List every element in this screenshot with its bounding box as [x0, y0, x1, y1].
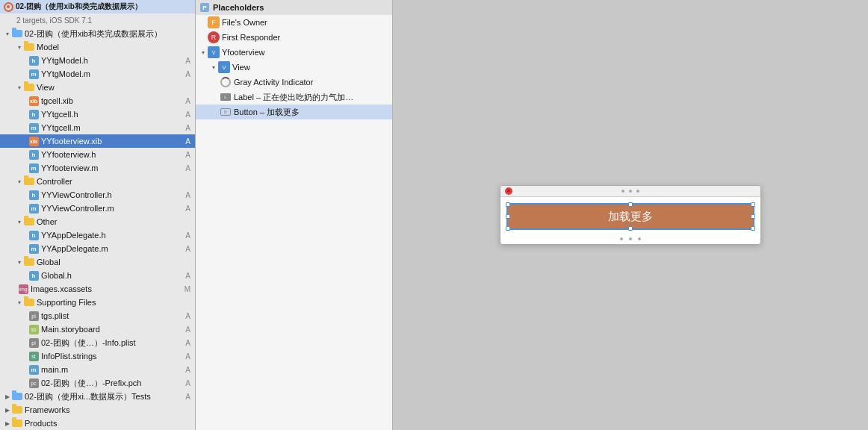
placeholders-label: Placeholders: [213, 3, 389, 12]
fw-folder-icon: [12, 405, 22, 415]
ios-view-container: ✕ 加载更多: [500, 185, 761, 245]
badge: A: [185, 70, 192, 78]
badge: A: [185, 151, 192, 159]
view-item[interactable]: ▾ V View: [196, 60, 392, 75]
badge: A: [185, 339, 192, 347]
badge: A: [185, 312, 192, 320]
file-yytgmodel-h[interactable]: h YYtgModel.h A: [0, 54, 195, 67]
file-yyfooterview-m[interactable]: m YYfooterview.m A: [0, 161, 195, 175]
activity-indicator-item[interactable]: Gray Activity Indicator: [196, 75, 392, 90]
file-yyappdelegate-h[interactable]: h YYAppDelegate.h A: [0, 228, 195, 242]
m-icon: m: [28, 243, 39, 254]
folder-products[interactable]: ▶ Products: [0, 417, 195, 430]
resize-dot: [638, 237, 641, 240]
root-project-item[interactable]: 02-团购（使用xib和类完成数据展示）: [0, 0, 195, 13]
file-yytgcell-h[interactable]: h YYtgcell.h A: [0, 108, 195, 121]
file-yyfooterview-xib[interactable]: xib YYfooterview.xib A: [0, 134, 195, 148]
prod-label: Products: [25, 419, 192, 428]
group-arrow: ▾: [3, 27, 12, 40]
file-info-plist[interactable]: pl 02-团购（使…）-Info.plist A: [0, 336, 195, 349]
badge: A: [185, 164, 192, 172]
outline-panel: P Placeholders F File's Owner R First Re…: [196, 0, 393, 430]
global-folder-icon: [24, 257, 34, 267]
h-icon: h: [28, 190, 39, 200]
supporting-arrow: ▾: [15, 296, 24, 309]
firstresponder-label: First Responder: [222, 33, 389, 42]
group-tests[interactable]: ▶ 02-团购（使用xi...数据展示）Tests A: [0, 390, 195, 403]
label-item[interactable]: L Label – 正在使出吃奶的力气加…: [196, 90, 392, 105]
badge: A: [185, 366, 192, 374]
file-label: InfoPlist.strings: [41, 352, 185, 361]
file-infoplist-strings[interactable]: st InfoPlist.strings A: [0, 349, 195, 363]
ios-load-more-button[interactable]: 加载更多: [506, 203, 754, 230]
handle-tr: [751, 202, 755, 207]
xib-icon: xib: [28, 136, 39, 146]
badge: A: [185, 57, 192, 65]
file-label: YYfooterview.h: [41, 150, 185, 159]
xib-icon: xib: [28, 96, 39, 106]
file-yyappdelegate-m[interactable]: m YYAppDelegate.m A: [0, 242, 195, 255]
badge: A: [185, 205, 192, 213]
folder-supporting[interactable]: ▾ Supporting Files: [0, 296, 195, 309]
canvas-area: ✕ 加载更多: [393, 0, 868, 430]
placeholders-icon: P: [199, 1, 211, 13]
m-icon: m: [28, 122, 39, 133]
file-label: Images.xcassets: [31, 284, 185, 293]
resize-dot: [621, 190, 624, 193]
button-text: 加载更多: [608, 210, 653, 224]
badge: A: [185, 352, 192, 361]
ctrl-folder-icon: [24, 176, 34, 187]
fw-arrow: ▶: [3, 403, 12, 417]
handle-mr: [751, 214, 755, 219]
prod-folder-icon: [12, 418, 22, 429]
model-folder-icon: [24, 42, 34, 52]
folder-frameworks[interactable]: ▶ Frameworks: [0, 403, 195, 417]
folder-model[interactable]: ▾ Model: [0, 40, 195, 54]
handle-tl: [506, 202, 510, 207]
file-yyfooterview-h[interactable]: h YYfooterview.h A: [0, 148, 195, 161]
file-tgs-plist[interactable]: pl tgs.plist A: [0, 309, 195, 322]
global-label: Global: [37, 258, 192, 267]
group-02[interactable]: ▾ 02-团购（使用xib和类完成数据展示）: [0, 27, 195, 40]
button-label: Button – 加载更多: [234, 107, 389, 118]
folder-global[interactable]: ▾ Global: [0, 255, 195, 269]
file-prefix-pch[interactable]: pc 02-团购（使…）-Prefix.pch A: [0, 376, 195, 390]
view-folder-icon: [24, 82, 34, 93]
label-text: Label – 正在使出吃奶的力气加…: [234, 92, 389, 103]
file-main-storyboard[interactable]: sb Main.storyboard A: [0, 322, 195, 336]
file-label: YYtgModel.h: [41, 56, 185, 65]
file-label: main.m: [41, 365, 185, 374]
tests-arrow: ▶: [3, 390, 12, 403]
filesowner-item[interactable]: F File's Owner: [196, 15, 392, 30]
file-global-h[interactable]: h Global.h A: [0, 269, 195, 282]
responder-icon: R: [208, 31, 220, 43]
folder-view[interactable]: ▾ View: [0, 81, 195, 94]
file-label: YYtgcell.h: [41, 110, 185, 119]
file-yyviewcontroller-m[interactable]: m YYViewController.m A: [0, 202, 195, 215]
yfooterview-item[interactable]: ▾ V Yfooterview: [196, 45, 392, 60]
model-label: Model: [37, 43, 192, 52]
tests-folder-icon: [12, 391, 22, 402]
file-yytgcell-m[interactable]: m YYtgcell.m A: [0, 121, 195, 134]
close-button[interactable]: ✕: [505, 187, 512, 195]
badge: A: [185, 231, 192, 240]
file-images-xcassets[interactable]: img Images.xcassets M: [0, 282, 195, 296]
file-tgcell-xib[interactable]: xib tgcell.xib A: [0, 94, 195, 108]
placeholders-header[interactable]: P Placeholders: [196, 0, 392, 15]
button-item[interactable]: B Button – 加载更多: [196, 105, 392, 119]
file-yytgmodel-m[interactable]: m YYtgModel.m A: [0, 67, 195, 81]
svg-text:P: P: [202, 4, 207, 11]
resize-dot: [636, 190, 639, 193]
folder-controller[interactable]: ▾ Controller: [0, 175, 195, 188]
project-label: 02-团购（使用xib和类完成数据展示）: [16, 1, 192, 12]
view-arrow: ▾: [209, 60, 218, 75]
activity-icon: [220, 76, 232, 88]
badge: A: [185, 272, 192, 280]
file-main-m[interactable]: m main.m A: [0, 363, 195, 376]
firstresponder-item[interactable]: R First Responder: [196, 30, 392, 45]
folder-other[interactable]: ▾ Other: [0, 215, 195, 228]
h-icon: h: [28, 270, 39, 281]
file-yyviewcontroller-h[interactable]: h YYViewController.h A: [0, 188, 195, 202]
project-subtitle: 2 targets, iOS SDK 7.1: [0, 13, 195, 27]
badge: M: [185, 285, 192, 293]
